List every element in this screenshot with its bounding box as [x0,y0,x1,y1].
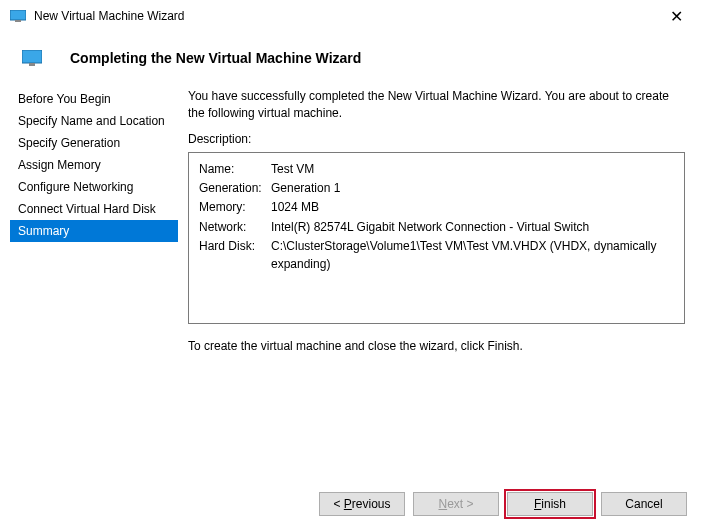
desc-key-network: Network: [199,219,271,236]
sidebar-item-specify-generation[interactable]: Specify Generation [10,132,178,154]
sidebar-item-summary[interactable]: Summary [10,220,178,242]
desc-val-harddisk: C:\ClusterStorage\Volume1\Test VM\Test V… [271,238,674,273]
desc-row: Generation:Generation 1 [199,180,674,197]
desc-row: Memory:1024 MB [199,199,674,216]
svg-rect-3 [29,63,35,66]
intro-text: You have successfully completed the New … [188,88,685,122]
wizard-monitor-icon [22,50,42,66]
page-heading: Completing the New Virtual Machine Wizar… [70,50,361,66]
svg-rect-2 [22,50,42,63]
desc-row: Hard Disk:C:\ClusterStorage\Volume1\Test… [199,238,674,273]
description-box: Name:Test VM Generation:Generation 1 Mem… [188,152,685,324]
app-monitor-icon [10,10,26,22]
desc-val-generation: Generation 1 [271,180,674,197]
sidebar-item-assign-memory[interactable]: Assign Memory [10,154,178,176]
desc-val-name: Test VM [271,161,674,178]
desc-row: Name:Test VM [199,161,674,178]
desc-key-name: Name: [199,161,271,178]
svg-rect-0 [10,10,26,20]
close-icon[interactable]: ✕ [662,5,691,28]
footer-buttons: < Previous Next > Finish Cancel [319,492,687,516]
sidebar-item-configure-networking[interactable]: Configure Networking [10,176,178,198]
desc-val-memory: 1024 MB [271,199,674,216]
main-panel: You have successfully completed the New … [188,88,691,354]
cancel-button[interactable]: Cancel [601,492,687,516]
desc-key-harddisk: Hard Disk: [199,238,271,273]
window-title: New Virtual Machine Wizard [34,9,662,23]
previous-button[interactable]: < Previous [319,492,405,516]
next-button: Next > [413,492,499,516]
sidebar-item-before-you-begin[interactable]: Before You Begin [10,88,178,110]
description-label: Description: [188,132,685,146]
desc-val-network: Intel(R) 82574L Gigabit Network Connecti… [271,219,674,236]
desc-key-memory: Memory: [199,199,271,216]
desc-row: Network:Intel(R) 82574L Gigabit Network … [199,219,674,236]
finish-button[interactable]: Finish [507,492,593,516]
desc-key-generation: Generation: [199,180,271,197]
finish-hint: To create the virtual machine and close … [188,338,685,355]
wizard-steps-sidebar: Before You Begin Specify Name and Locati… [10,88,178,354]
page-header: Completing the New Virtual Machine Wizar… [0,32,701,88]
titlebar: New Virtual Machine Wizard ✕ [0,0,701,32]
sidebar-item-connect-vhd[interactable]: Connect Virtual Hard Disk [10,198,178,220]
svg-rect-1 [15,20,21,22]
sidebar-item-specify-name-location[interactable]: Specify Name and Location [10,110,178,132]
